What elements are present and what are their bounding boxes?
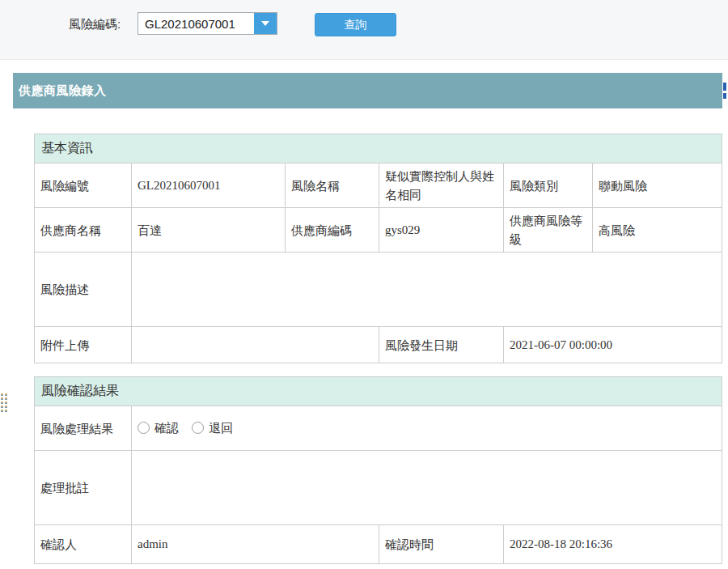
attachment-value — [132, 327, 379, 363]
chevron-down-icon — [261, 21, 269, 26]
combobox-dropdown-button[interactable] — [254, 13, 277, 34]
confirm-result-table: 風險處理結果 確認 退回 處理批註 確認人 admin 確認時間 2022-08… — [34, 406, 722, 564]
radio-circle-icon — [138, 422, 150, 434]
supplier-risk-level-value: 高風險 — [593, 208, 722, 253]
page-title-bar: 供應商風險錄入 — [13, 73, 722, 108]
risk-name-label: 風險名稱 — [286, 163, 379, 208]
supplier-risk-level-label: 供應商風險等級 — [504, 208, 593, 253]
confirmer-value: admin — [132, 525, 379, 564]
page-title: 供應商風險錄入 — [13, 83, 107, 99]
basic-info-table: 風險編號 GL20210607001 風險名稱 疑似實際控制人與姓名相同 風險類… — [34, 163, 722, 363]
risk-date-value: 2021-06-07 00:00:00 — [504, 327, 722, 363]
risk-code-label: 風險編碼: — [69, 17, 121, 32]
table-row: 附件上傳 風險發生日期 2021-06-07 00:00:00 — [35, 327, 722, 363]
splitter-grip-icon[interactable] — [1, 393, 7, 419]
risk-no-label: 風險編號 — [35, 163, 132, 208]
comment-value — [132, 451, 722, 525]
basic-info-header: 基本資訊 — [34, 134, 722, 163]
table-row: 風險描述 — [35, 253, 722, 327]
risk-name-value: 疑似實際控制人與姓名相同 — [379, 163, 504, 208]
supplier-name-label: 供應商名稱 — [35, 208, 132, 253]
handle-result-label: 風險處理結果 — [35, 406, 132, 451]
risk-no-value: GL20210607001 — [132, 163, 286, 208]
table-row: 風險處理結果 確認 退回 — [35, 406, 722, 451]
risk-desc-label: 風險描述 — [35, 253, 132, 327]
supplier-code-label: 供應商編碼 — [286, 208, 379, 253]
risk-code-combobox[interactable] — [138, 12, 277, 35]
query-button[interactable]: 查詢 — [315, 13, 396, 36]
radio-circle-icon — [192, 422, 204, 434]
risk-desc-value — [132, 253, 722, 327]
table-row: 風險編號 GL20210607001 風險名稱 疑似實際控制人與姓名相同 風險類… — [35, 163, 722, 208]
risk-type-value: 聯動風險 — [593, 163, 722, 208]
query-toolbar: 風險編碼: 查詢 — [0, 0, 728, 60]
comment-label: 處理批註 — [35, 451, 132, 525]
radio-return-label: 退回 — [209, 418, 233, 437]
basic-info-section: 基本資訊 風險編號 GL20210607001 風險名稱 疑似實際控制人與姓名相… — [34, 134, 722, 363]
risk-code-input[interactable] — [138, 13, 254, 34]
attachment-label: 附件上傳 — [35, 327, 132, 363]
table-row: 供應商名稱 百達 供應商編碼 gys029 供應商風險等級 高風險 — [35, 208, 722, 253]
confirm-result-title: 風險確認結果 — [35, 383, 119, 400]
table-row: 確認人 admin 確認時間 2022-08-18 20:16:36 — [35, 525, 722, 564]
radio-return[interactable]: 退回 — [192, 418, 233, 437]
confirmer-label: 確認人 — [35, 525, 132, 564]
confirm-result-header: 風險確認結果 — [34, 376, 722, 406]
confirm-time-value: 2022-08-18 20:16:36 — [504, 525, 722, 564]
confirm-result-section: 風險確認結果 風險處理結果 確認 退回 處理批註 確認人 — [34, 376, 722, 564]
supplier-code-value: gys029 — [379, 208, 504, 253]
radio-confirm[interactable]: 確認 — [138, 418, 179, 437]
confirm-time-label: 確認時間 — [379, 525, 504, 564]
radio-confirm-label: 確認 — [154, 418, 179, 437]
risk-type-label: 風險類別 — [504, 163, 593, 208]
handle-result-options: 確認 退回 — [132, 406, 722, 451]
basic-info-title: 基本資訊 — [35, 140, 93, 157]
table-row: 處理批註 — [35, 451, 722, 525]
clipped-edge-glyph — [723, 83, 727, 102]
risk-date-label: 風險發生日期 — [379, 327, 504, 363]
supplier-name-value: 百達 — [132, 208, 286, 253]
